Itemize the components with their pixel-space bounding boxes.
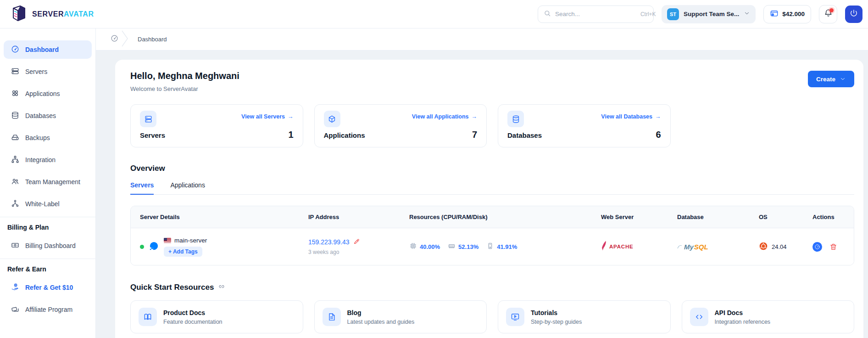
sidebar-item-integration[interactable]: Integration (4, 151, 92, 169)
create-button[interactable]: Create (808, 71, 854, 87)
ram-usage: 52.13% (458, 243, 479, 250)
mysql-dolphin-icon (677, 243, 684, 250)
sidebar-item-label: Backups (25, 134, 50, 141)
stat-card-servers: View all Servers→ Servers 1 (130, 104, 303, 147)
column-header: Server Details (131, 214, 308, 220)
tab-applications[interactable]: Applications (170, 181, 205, 194)
search-shortcut: Ctrl+K (640, 11, 656, 17)
page-title: Hello, Meghna Meghwani (130, 71, 239, 81)
wallet-icon (770, 9, 779, 19)
monitor-server-button[interactable] (812, 242, 822, 252)
wallet-balance-button[interactable]: $42.000 (763, 5, 811, 23)
arrow-right-icon: → (288, 113, 294, 120)
stat-label: Databases (507, 131, 542, 139)
servers-table: Server Details IP Address Resources (CPU… (130, 206, 854, 265)
backups-icon (11, 133, 19, 143)
stat-label: Servers (140, 131, 165, 139)
quickstart-card-tutorials[interactable]: Tutorials Step-by-step guides (498, 300, 671, 333)
column-header: OS (759, 214, 812, 220)
sidebar-item-servers[interactable]: Servers (4, 62, 92, 81)
sidebar-item-label: Applications (25, 90, 60, 97)
database-icon (507, 111, 524, 127)
us-flag-icon (164, 238, 171, 243)
sidebar-divider (0, 217, 95, 217)
overview-title: Overview (130, 164, 854, 173)
sidebar-section-billing: Billing & Plan (0, 224, 95, 237)
server-name[interactable]: main-server (174, 237, 207, 244)
sidebar-item-backups[interactable]: Backups (4, 129, 92, 147)
application-cube-icon (324, 111, 340, 127)
add-tags-button[interactable]: + Add Tags (164, 247, 202, 257)
tab-servers[interactable]: Servers (130, 181, 154, 195)
cpu-usage: 40.00% (420, 243, 440, 250)
quickstart-card-product-docs[interactable]: Product Docs Feature documentation (130, 300, 303, 333)
stat-value: 6 (656, 130, 661, 140)
sidebar-item-white-label[interactable]: White-Label (4, 195, 92, 213)
sidebar-divider (0, 259, 95, 259)
stat-card-databases: View all Databases→ Databases 6 (498, 104, 671, 147)
link-icon[interactable] (218, 283, 225, 292)
quickstart-title: Quick Start Resources (130, 283, 214, 292)
server-ip[interactable]: 159.223.99.43 (308, 238, 350, 246)
sidebar-item-label: Databases (25, 112, 56, 119)
disk-usage: 41.91% (497, 243, 517, 250)
sidebar-item-refer-get-10[interactable]: Refer & Get $10 (4, 278, 92, 297)
team-avatar: ST (667, 8, 679, 20)
chevron-down-icon (840, 76, 846, 82)
refer-hand-dollar-icon (11, 283, 19, 293)
sidebar-item-applications[interactable]: Applications (4, 84, 92, 103)
edit-ip-pencil-icon[interactable] (353, 238, 360, 246)
tutorials-screen-icon (506, 308, 524, 326)
search-input[interactable] (555, 11, 636, 17)
sidebar-item-dashboard[interactable]: Dashboard (4, 40, 92, 59)
sidebar-item-affiliate-program[interactable]: Affiliate Program (4, 300, 92, 319)
trash-icon (829, 243, 837, 251)
table-header-row: Server Details IP Address Resources (CPU… (131, 206, 854, 228)
stat-label: Applications (324, 131, 365, 139)
mysql-logo: MySQL (677, 243, 759, 251)
brand-logo[interactable]: SERVERAVATAR (0, 4, 94, 24)
view-all-servers-link[interactable]: View all Servers→ (241, 113, 293, 120)
column-header: Database (677, 214, 759, 220)
server-icon (140, 111, 156, 127)
applications-icon (11, 89, 19, 99)
sidebar-item-label: Affiliate Program (25, 306, 72, 313)
dashboard-gauge-icon (11, 45, 19, 55)
delete-server-button[interactable] (829, 243, 837, 251)
team-name: Support Team Se... (684, 11, 739, 17)
breadcrumb-separator-icon (120, 30, 129, 49)
table-row: main-server + Add Tags 159.223.99.43 3 w… (131, 228, 854, 265)
integration-icon (11, 155, 19, 165)
notification-dot (829, 8, 834, 12)
team-selector[interactable]: ST Support Team Se... (662, 5, 756, 23)
quickstart-card-subtitle: Feature documentation (163, 319, 223, 325)
breadcrumb-current[interactable]: Dashboard (138, 36, 167, 43)
sidebar-section-refer: Refer & Earn (0, 265, 95, 278)
servers-icon (11, 67, 19, 77)
breadcrumb-dashboard-icon[interactable] (111, 34, 118, 44)
notifications-button[interactable] (819, 5, 837, 23)
sidebar-item-databases[interactable]: Databases (4, 107, 92, 125)
logout-button[interactable] (845, 6, 862, 23)
digitalocean-icon (149, 241, 159, 253)
global-search[interactable]: Ctrl+K (538, 6, 654, 23)
server-status-dot (140, 245, 144, 249)
overview-tabs: Servers Applications (130, 181, 854, 195)
sidebar-item-billing-dashboard[interactable]: Billing Dashboard (4, 237, 92, 255)
quickstart-card-api-docs[interactable]: API Docs Integration references (682, 300, 855, 333)
sidebar-item-label: Integration (25, 156, 56, 163)
arrow-right-icon: → (472, 113, 478, 120)
ubuntu-icon (759, 242, 768, 252)
arrow-right-icon: → (655, 113, 661, 120)
gauge-icon (814, 244, 820, 250)
sidebar-item-team-management[interactable]: Team Management (4, 173, 92, 191)
quickstart-card-subtitle: Step-by-step guides (531, 319, 582, 325)
code-brackets-icon (690, 308, 708, 326)
sidebar-item-label: Dashboard (25, 46, 59, 53)
view-all-databases-link[interactable]: View all Databases→ (601, 113, 661, 120)
team-icon (11, 177, 19, 187)
view-all-applications-link[interactable]: View all Applications→ (412, 113, 477, 120)
server-age: 3 weeks ago (308, 249, 409, 255)
ram-icon (448, 242, 456, 252)
quickstart-card-blog[interactable]: Blog Latest updates and guides (314, 300, 487, 333)
